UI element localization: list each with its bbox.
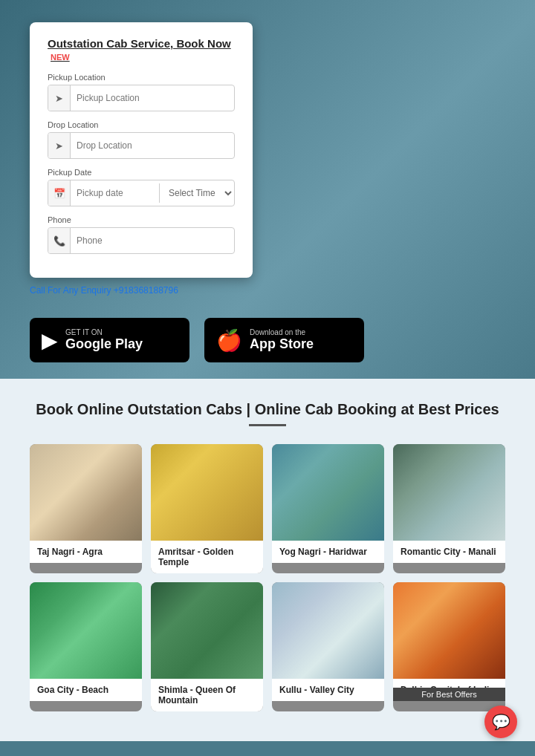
drop-input-row: ➤ [48, 132, 235, 159]
phone-icon: 📞 [48, 228, 71, 253]
hero-section: Outstation Cab Service, Book Now NEW Pic… [0, 0, 535, 379]
pickup-label: Pickup Location [48, 73, 235, 82]
city-image-kullu [272, 582, 384, 679]
chat-icon: 💬 [492, 713, 510, 731]
city-image-agra [30, 444, 142, 541]
booking-title: Outstation Cab Service, Book Now NEW [48, 37, 235, 62]
section-divider [249, 424, 286, 426]
city-card-shimla[interactable]: Shimla - Queen Of Mountain [151, 582, 263, 711]
city-label-shimla: Shimla - Queen Of Mountain [151, 679, 263, 711]
apple-icon: 🍎 [216, 328, 242, 353]
phone-input-row: 📞 [48, 227, 235, 254]
app-buttons-row: ▶ GET IT ON Google Play 🍎 Download on th… [30, 318, 364, 362]
city-image-shimla [151, 582, 263, 679]
google-play-small-text: GET IT ON [65, 328, 143, 336]
phone-label: Phone [48, 215, 235, 224]
city-image-goa [30, 582, 142, 679]
date-row: 📅 Select Time 06:00 AM 07:00 AM 08:00 AM… [48, 180, 235, 206]
drop-location-icon: ➤ [48, 133, 71, 158]
city-card-agra[interactable]: Taj Nagri - Agra [30, 444, 142, 573]
city-image-delhi [393, 582, 505, 679]
google-play-text: GET IT ON Google Play [65, 328, 143, 353]
city-card-haridwar[interactable]: Yog Nagri - Haridwar [272, 444, 384, 573]
city-label-kullu: Kullu - Valley City [272, 679, 384, 701]
city-label-amritsar: Amritsar - Golden Temple [151, 541, 263, 573]
city-image-haridwar [272, 444, 384, 541]
time-select[interactable]: Select Time 06:00 AM 07:00 AM 08:00 AM 0… [160, 183, 234, 203]
section-title: Book Online Outstation Cabs | Online Cab… [30, 401, 505, 418]
google-play-large-text: Google Play [65, 336, 143, 353]
best-offers-badge: For Best Offers [393, 688, 505, 701]
city-label-manali: Romantic City - Manali [393, 541, 505, 563]
drop-label: Drop Location [48, 120, 235, 129]
enquiry-link[interactable]: Call For Any Enquiry +918368188796 [30, 285, 178, 296]
city-label-agra: Taj Nagri - Agra [30, 541, 142, 563]
booking-card: Outstation Cab Service, Book Now NEW Pic… [30, 22, 253, 278]
new-badge: NEW [51, 53, 70, 62]
location-icon: ➤ [48, 85, 71, 111]
city-label-goa: Goa City - Beach [30, 679, 142, 701]
chat-button[interactable]: 💬 [484, 706, 517, 738]
enquiry-text: Call For Any Enquiry [30, 285, 111, 296]
city-card-amritsar[interactable]: Amritsar - Golden Temple [151, 444, 263, 573]
city-image-amritsar [151, 444, 263, 541]
pickup-input-row: ➤ [48, 85, 235, 111]
city-label-haridwar: Yog Nagri - Haridwar [272, 541, 384, 563]
pickup-input[interactable] [71, 88, 234, 108]
google-play-button[interactable]: ▶ GET IT ON Google Play [30, 318, 189, 362]
phone-input[interactable] [71, 231, 234, 250]
booking-title-text: Outstation Cab Service, Book Now [48, 37, 231, 50]
city-card-delhi[interactable]: Delhi - Capital of IndiaFor Best Offers [393, 582, 505, 711]
city-card-kullu[interactable]: Kullu - Valley City [272, 582, 384, 711]
calendar-icon: 📅 [48, 180, 71, 206]
city-grid: Taj Nagri - AgraAmritsar - Golden Temple… [30, 444, 505, 711]
app-store-small-text: Download on the [250, 328, 314, 336]
date-label: Pickup Date [48, 168, 235, 177]
app-store-large-text: App Store [250, 336, 314, 353]
drop-input[interactable] [71, 136, 234, 155]
content-section: Book Online Outstation Cabs | Online Cab… [0, 379, 535, 741]
city-image-manali [393, 444, 505, 541]
enquiry-phone: +918368188796 [114, 285, 178, 296]
city-card-goa[interactable]: Goa City - Beach [30, 582, 142, 711]
city-card-manali[interactable]: Romantic City - Manali [393, 444, 505, 573]
app-store-button[interactable]: 🍎 Download on the App Store [204, 318, 364, 362]
google-play-icon: ▶ [42, 328, 58, 353]
app-store-text: Download on the App Store [250, 328, 314, 353]
date-input[interactable] [71, 183, 160, 203]
